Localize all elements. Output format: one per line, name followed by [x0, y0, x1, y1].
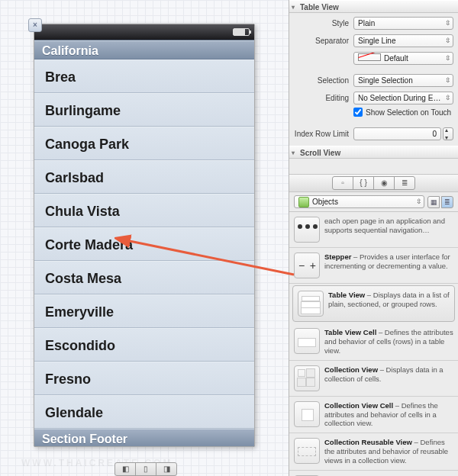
table-row[interactable]: Corte Madera	[34, 227, 254, 261]
separator-color-combo[interactable]: Default	[353, 52, 453, 65]
field-index-row-limit: Index Row Limit 0	[289, 126, 458, 141]
show-selection-label: Show Selection on Touch	[366, 108, 451, 117]
objects-icon	[298, 197, 309, 207]
library-view-mode: ▦ ≣	[427, 196, 453, 208]
seg-3-icon[interactable]: ◨	[156, 462, 177, 476]
i-cell-icon	[294, 328, 320, 354]
i-crv-icon	[294, 438, 320, 464]
table-row[interactable]: Carlsbad	[34, 160, 254, 194]
library-item[interactable]: Table View Cell – Defines the attributes…	[289, 323, 458, 361]
section-header: California	[34, 40, 254, 60]
i-cvc-icon	[294, 401, 320, 427]
library-item-text: Collection Reusable View – Defines the a…	[324, 438, 453, 465]
separator-color-value: Default	[384, 54, 408, 63]
bottom-segmented-control: ◧ ▯ ◨	[114, 462, 177, 476]
editing-combo[interactable]: No Selection During E…	[353, 92, 453, 105]
table-row[interactable]: Escondido	[34, 328, 254, 362]
library-item-text: Collection View – Displays data in a col…	[324, 365, 453, 391]
group-scroll-view[interactable]: Scroll View	[289, 146, 458, 159]
i-table-icon	[298, 291, 324, 317]
library-filter-row: Objects ▦ ≣	[289, 192, 458, 212]
library-item[interactable]: each open page in an application and sup…	[289, 212, 458, 248]
lib-tab-code-icon[interactable]: { }	[353, 176, 374, 190]
objects-filter-combo[interactable]: Objects	[294, 195, 424, 208]
selection-label: Selection	[294, 76, 353, 85]
table-row[interactable]: Chula Vista	[34, 194, 254, 227]
view-grid-icon[interactable]: ▦	[427, 196, 440, 208]
device-preview[interactable]: California BreaBurlingameCanoga ParkCarl…	[34, 24, 255, 447]
table-view-mock[interactable]: California BreaBurlingameCanoga ParkCarl…	[34, 40, 254, 447]
library-item-text: Table View Cell – Defines the attributes…	[324, 328, 453, 355]
table-row[interactable]: Costa Mesa	[34, 261, 254, 294]
editing-label: Editing	[294, 94, 353, 102]
battery-icon	[233, 28, 250, 36]
field-editing: Editing No Selection During E…	[289, 90, 458, 105]
field-separator-color: Default	[289, 50, 458, 66]
i-cv-icon	[294, 365, 320, 391]
field-separator: Separator Single Line	[289, 33, 458, 48]
field-style: Style Plain	[289, 15, 458, 31]
field-selection: Selection Single Selection	[289, 72, 458, 88]
lib-tab-media-icon[interactable]: ≣	[394, 176, 415, 190]
lib-tab-file-icon[interactable]: ▫	[332, 176, 353, 190]
separator-combo[interactable]: Single Line	[353, 34, 453, 47]
table-rows: BreaBurlingameCanoga ParkCarlsbadChula V…	[34, 60, 254, 429]
table-row[interactable]: Glendale	[34, 395, 254, 429]
library-item-text: Table View – Displays data in a list of …	[328, 291, 450, 317]
i-nav-icon	[294, 217, 320, 243]
table-row[interactable]: Fresno	[34, 362, 254, 395]
close-device-button[interactable]: ×	[28, 18, 42, 32]
library-list: each open page in an application and sup…	[289, 212, 458, 476]
index-row-label: Index Row Limit	[294, 130, 353, 138]
table-row[interactable]: Emeryville	[34, 294, 254, 328]
index-row-stepper[interactable]	[443, 127, 453, 140]
library-item[interactable]: Stepper – Provides a user interface for …	[289, 248, 458, 284]
style-label: Style	[294, 19, 353, 27]
section-footer: Section Footer	[34, 429, 254, 448]
library-item[interactable]: Collection View – Displays data in a col…	[289, 361, 458, 397]
status-bar	[34, 24, 254, 40]
library-item-text: each open page in an application and sup…	[324, 217, 453, 243]
group-table-view[interactable]: Table View	[289, 0, 458, 13]
library-item-text: Stepper – Provides a user interface for …	[324, 252, 453, 278]
index-row-input[interactable]: 0	[353, 127, 441, 140]
table-row[interactable]: Canoga Park	[34, 127, 254, 160]
library-item[interactable]: Table View – Displays data in a list of …	[292, 285, 455, 322]
library-item[interactable]: Collection View Cell – Defines the attri…	[289, 397, 458, 434]
swatch-icon	[358, 53, 381, 61]
style-combo[interactable]: Plain	[353, 17, 453, 30]
seg-2-icon[interactable]: ▯	[135, 462, 156, 476]
lib-tab-object-icon[interactable]: ◉	[373, 176, 395, 190]
show-selection-input[interactable]	[353, 108, 363, 117]
separator-label: Separator	[294, 37, 353, 45]
i-stepper-icon	[294, 252, 320, 278]
table-row[interactable]: Brea	[34, 60, 254, 93]
table-row[interactable]: Burlingame	[34, 93, 254, 127]
show-selection-checkbox[interactable]: Show Selection on Touch	[289, 105, 458, 119]
objects-filter-label: Objects	[312, 196, 338, 207]
library-toolbar: ▫ { } ◉ ≣	[289, 174, 458, 192]
library-item[interactable]: Collection Reusable View – Defines the a…	[289, 433, 458, 471]
inspector-panel: Table View Style Plain Separator Single …	[289, 0, 458, 476]
library-item-text: Collection View Cell – Defines the attri…	[324, 401, 453, 429]
library-item[interactable]: Image View – Displays a single image, or…	[289, 471, 458, 476]
view-list-icon[interactable]: ≣	[441, 196, 453, 208]
seg-1-icon[interactable]: ◧	[114, 462, 136, 476]
selection-combo[interactable]: Single Selection	[353, 74, 453, 87]
